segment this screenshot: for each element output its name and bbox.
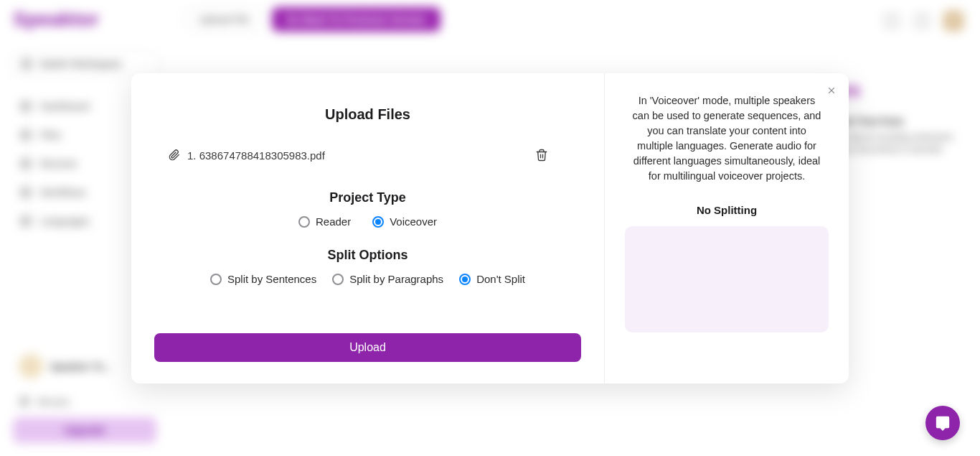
split-options-title: Split Options [169,248,567,263]
mode-description: In 'Voiceover' mode, multiple speakers c… [625,93,829,184]
upload-modal: Upload Files 1. 638674788418305983.pdf P… [131,73,849,383]
project-type-options: Reader Voiceover [169,215,567,228]
split-by-paragraphs[interactable]: Split by Paragraphs [332,273,443,285]
chat-fab[interactable] [925,406,960,440]
upload-button[interactable]: Upload [154,333,581,362]
project-type-voiceover[interactable]: Voiceover [372,215,437,228]
split-preview-title: No Splitting [625,204,829,216]
file-name: 1. 638674788418305983.pdf [187,149,325,162]
close-button[interactable] [824,83,839,98]
project-type-reader[interactable]: Reader [298,215,351,228]
split-by-sentences[interactable]: Split by Sentences [210,273,316,285]
split-options-row: Split by Sentences Split by Paragraphs D… [169,273,567,285]
split-preview-box [625,226,829,332]
project-type-title: Project Type [169,190,567,205]
delete-file-button[interactable] [535,149,548,162]
attachment-icon [169,149,180,161]
dont-split[interactable]: Don't Split [459,273,525,285]
modal-title: Upload Files [169,106,567,123]
